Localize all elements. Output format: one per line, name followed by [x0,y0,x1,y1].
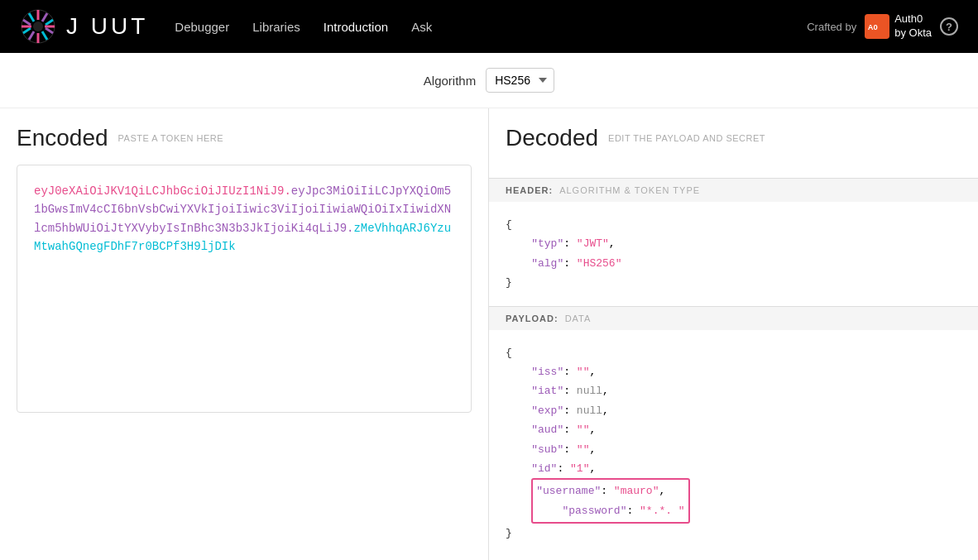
svg-line-2 [42,13,47,22]
navbar: J UUT Debugger Libraries Introduction As… [0,0,978,53]
header-section-header: HEADER: ALGORITHM & TOKEN TYPE [489,179,978,202]
header-label: HEADER: [506,185,553,195]
nav-link-debugger[interactable]: Debugger [175,20,229,34]
encoded-hint: PASTE A TOKEN HERE [118,133,224,143]
main-content: Encoded PASTE A TOKEN HERE eyJ0eXAiOiJKV… [0,108,978,560]
nav-left: J UUT Debugger Libraries Introduction As… [20,8,432,45]
encoded-token-box[interactable]: eyJ0eXAiOiJKV1QiLCJhbGciOiJIUzI1NiJ9.eyJ… [17,165,472,413]
algorithm-select[interactable]: HS256 HS384 HS512 RS256 RS384 RS512 [486,68,554,93]
svg-line-11 [23,20,31,25]
header-sublabel: ALGORITHM & TOKEN TYPE [559,185,700,195]
nav-right: Crafted by A0 Auth0by Okta ? [807,12,958,41]
payload-section: PAYLOAD: DATA { "iss": "", "iat": null, … [489,306,978,557]
nav-links: Debugger Libraries Introduction Ask [175,20,432,34]
nav-link-introduction[interactable]: Introduction [324,20,388,34]
svg-line-8 [29,31,34,40]
encoded-title: Encoded [17,125,108,151]
auth0-icon: A0 [865,14,889,39]
decoded-panel-header: Decoded EDIT THE PAYLOAD AND SECRET [489,108,978,165]
decoded-panel: Decoded EDIT THE PAYLOAD AND SECRET HEAD… [489,108,978,560]
encoded-panel: Encoded PASTE A TOKEN HERE eyJ0eXAiOiJKV… [0,108,489,560]
svg-text:A0: A0 [868,23,878,31]
jwt-logo-icon [20,8,56,45]
help-button[interactable]: ? [940,17,958,36]
svg-line-5 [46,28,53,33]
payload-sublabel: DATA [565,314,592,323]
payload-label: PAYLOAD: [506,314,559,323]
nav-link-ask[interactable]: Ask [411,20,432,34]
nav-link-libraries[interactable]: Libraries [252,20,300,34]
auth0-text: Auth0by Okta [894,12,932,41]
payload-section-body[interactable]: { "iss": "", "iat": null, "exp": null, "… [489,330,978,557]
decoded-hint: EDIT THE PAYLOAD AND SECRET [608,133,765,143]
logo-area: J UUT [20,8,148,45]
logo-text: J UUT [66,13,148,40]
token-header-part: eyJ0eXAiOiJKV1QiLCJhbGciOiJIUzI1NiJ9. [34,184,291,198]
auth0-logo: A0 Auth0by Okta [865,12,932,41]
svg-line-6 [42,31,47,40]
svg-point-13 [33,22,43,31]
svg-line-12 [29,13,34,22]
encoded-panel-header: Encoded PASTE A TOKEN HERE [17,125,472,151]
svg-line-9 [23,28,31,33]
toolbar: Algorithm HS256 HS384 HS512 RS256 RS384 … [0,53,978,108]
payload-section-header: PAYLOAD: DATA [489,307,978,330]
header-section: HEADER: ALGORITHM & TOKEN TYPE { "typ": … [489,178,978,306]
decoded-title: Decoded [506,125,598,151]
highlighted-username-row: "username": "mauro", "password": "*.*. " [531,478,689,524]
algorithm-label: Algorithm [424,74,476,88]
svg-line-3 [46,20,53,25]
crafted-by-label: Crafted by [807,21,856,33]
header-section-body[interactable]: { "typ": "JWT", "alg": "HS256" } [489,202,978,306]
